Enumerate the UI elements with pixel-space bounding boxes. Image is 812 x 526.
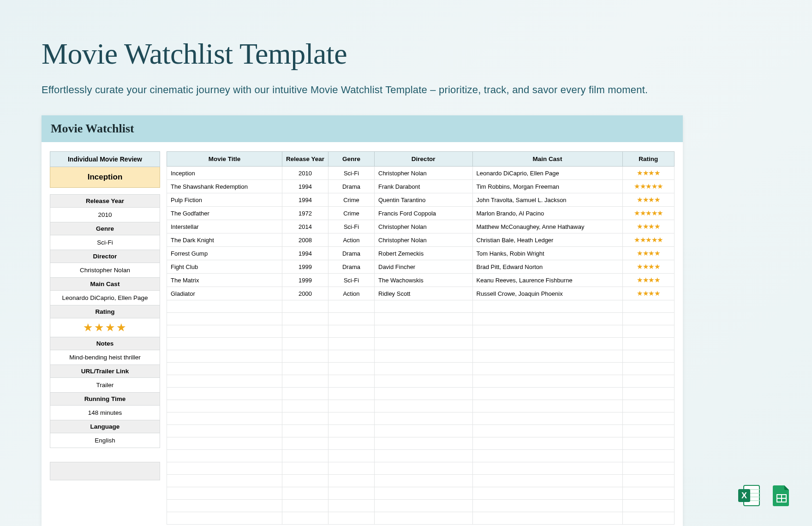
table-cell <box>622 400 675 412</box>
table-cell <box>375 512 473 525</box>
table-cell: Drama <box>328 180 375 193</box>
table-cell <box>622 487 675 500</box>
table-cell <box>622 462 675 475</box>
table-cell: Marlon Brando, Al Pacino <box>472 207 622 220</box>
table-cell <box>622 338 675 350</box>
table-cell: Brad Pitt, Edward Norton <box>472 260 622 274</box>
table-row <box>167 462 675 475</box>
table-cell <box>622 437 675 450</box>
table-cell <box>375 450 473 462</box>
table-cell <box>375 388 473 400</box>
table-cell <box>622 425 675 437</box>
table-cell: Christopher Nolan <box>375 167 473 180</box>
table-header: Rating <box>622 152 675 167</box>
table-cell <box>282 400 328 412</box>
table-cell: ★★★★★ <box>622 180 675 193</box>
table-cell: The Dark Knight <box>167 233 282 247</box>
table-cell <box>328 450 375 462</box>
table-cell <box>622 500 675 512</box>
table-row <box>167 500 675 512</box>
table-cell <box>282 338 328 350</box>
table-cell <box>472 313 622 325</box>
table-cell: The Godfather <box>167 207 282 220</box>
table-cell: Sci-Fi <box>328 274 375 287</box>
table-cell: The Shawshank Redemption <box>167 180 282 193</box>
table-row: The Godfather1972CrimeFrancis Ford Coppo… <box>167 207 675 220</box>
table-cell: Christopher Nolan <box>375 233 473 247</box>
sheet-title: Movie Watchlist <box>42 115 683 142</box>
table-cell <box>282 475 328 487</box>
table-cell <box>375 475 473 487</box>
table-cell <box>282 512 328 525</box>
table-row <box>167 450 675 462</box>
table-cell <box>472 425 622 437</box>
table-cell <box>328 475 375 487</box>
table-row <box>167 375 675 388</box>
table-cell <box>282 500 328 512</box>
table-cell: 1994 <box>282 193 328 207</box>
table-cell <box>167 363 282 375</box>
excel-icon[interactable]: X <box>737 484 761 508</box>
table-row <box>167 437 675 450</box>
table-row <box>167 487 675 500</box>
sheets-icon[interactable] <box>770 484 794 508</box>
table-cell <box>375 500 473 512</box>
table-cell <box>375 400 473 412</box>
table-cell: 1999 <box>282 274 328 287</box>
table-cell <box>328 437 375 450</box>
table-cell: Quentin Tarantino <box>375 193 473 207</box>
table-cell <box>167 437 282 450</box>
side-field-value: 148 minutes <box>50 406 160 420</box>
table-cell <box>167 512 282 525</box>
table-cell <box>167 500 282 512</box>
table-cell: The Matrix <box>167 274 282 287</box>
table-cell: Sci-Fi <box>328 220 375 233</box>
table-cell <box>167 487 282 500</box>
table-cell: 2014 <box>282 220 328 233</box>
table-cell <box>375 313 473 325</box>
table-row <box>167 512 675 525</box>
table-cell <box>622 412 675 425</box>
table-cell: Forrest Gump <box>167 247 282 260</box>
table-cell: Drama <box>328 260 375 274</box>
table-cell <box>622 350 675 363</box>
table-cell: The Wachowskis <box>375 274 473 287</box>
table-cell: ★★★★ <box>622 287 675 300</box>
side-field-value: ★★★★ <box>50 318 160 337</box>
table-cell <box>167 462 282 475</box>
side-field-label: Genre <box>50 222 160 235</box>
table-row <box>167 338 675 350</box>
table-cell: Russell Crowe, Joaquin Phoenix <box>472 287 622 300</box>
table-cell: Pulp Fiction <box>167 193 282 207</box>
table-cell: Matthew McConaughey, Anne Hathaway <box>472 220 622 233</box>
side-field-value: English <box>50 433 160 448</box>
side-field-value: Christopher Nolan <box>50 263 160 277</box>
table-cell <box>167 375 282 388</box>
table-row: Forrest Gump1994DramaRobert ZemeckisTom … <box>167 247 675 260</box>
side-field-label: Release Year <box>50 195 160 208</box>
table-cell <box>622 363 675 375</box>
table-cell <box>472 487 622 500</box>
table-cell: 2000 <box>282 287 328 300</box>
table-cell <box>328 412 375 425</box>
table-cell <box>282 388 328 400</box>
table-cell <box>328 313 375 325</box>
table-cell <box>472 475 622 487</box>
table-cell: 1972 <box>282 207 328 220</box>
table-cell <box>328 363 375 375</box>
table-cell <box>472 412 622 425</box>
table-cell <box>328 388 375 400</box>
table-cell: Action <box>328 233 375 247</box>
table-cell <box>375 487 473 500</box>
table-cell <box>328 500 375 512</box>
svg-text:X: X <box>741 491 747 500</box>
table-row: Interstellar2014Sci-FiChristopher NolanM… <box>167 220 675 233</box>
table-row <box>167 388 675 400</box>
table-cell: ★★★★ <box>622 193 675 207</box>
side-empty-block <box>50 462 160 480</box>
table-cell <box>622 388 675 400</box>
table-cell <box>167 475 282 487</box>
table-row <box>167 412 675 425</box>
side-field-label: Rating <box>50 305 160 318</box>
table-cell: Inception <box>167 167 282 180</box>
